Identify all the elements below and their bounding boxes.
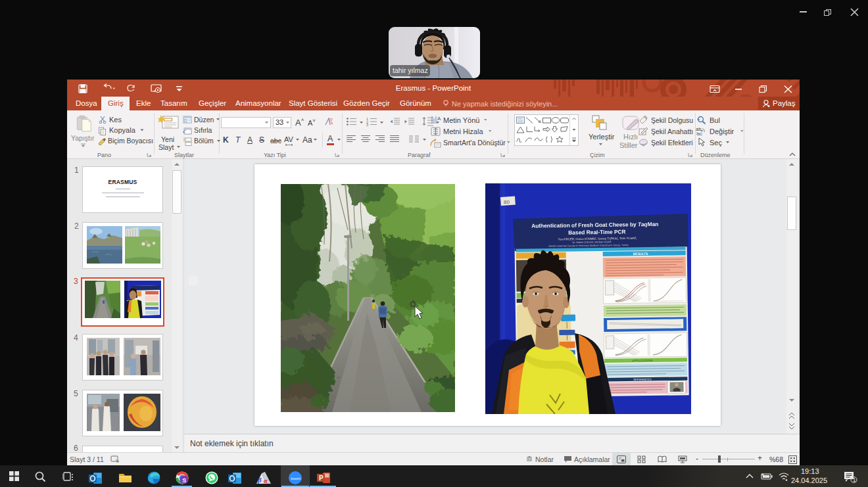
svg-text:M. Hulusi ÇULHA, Gürkan UÇAR: M. Hulusi ÇULHA, Gürkan UÇAR [572,240,611,244]
svg-text:1: 1 [853,476,856,483]
svg-text:α: α [264,477,268,484]
svg-text:3: 3 [366,123,368,126]
svg-text:β: β [257,476,262,484]
svg-text:RESULTS: RESULTS [633,252,649,256]
svg-text:zoom: zoom [291,476,301,480]
svg-text:80: 80 [504,199,510,205]
svg-text:APPLICATIONS: APPLICATIONS [632,359,653,362]
svg-text:REFERENCES: REFERENCES [633,377,652,381]
svg-text:A: A [437,116,441,122]
svg-text:ac: ac [697,131,702,136]
svg-text:Based Real-Time PCR: Based Real-Time PCR [568,229,625,236]
svg-text:P: P [319,475,324,482]
svg-text:S: S [182,477,186,484]
